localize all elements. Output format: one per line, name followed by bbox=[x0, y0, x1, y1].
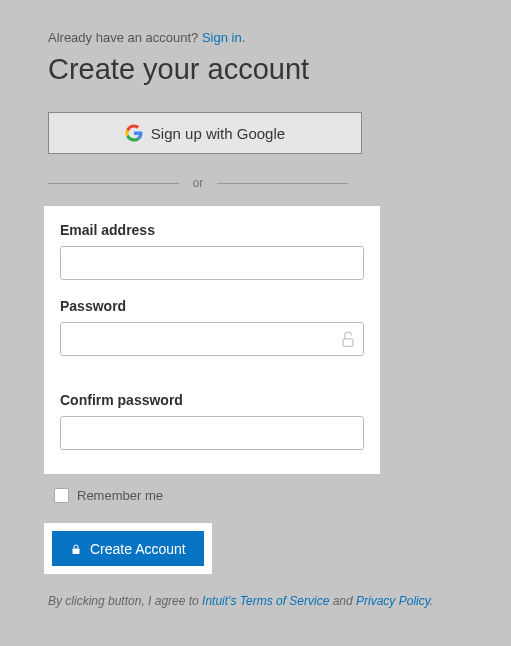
terms-of-service-link[interactable]: Intuit's Terms of Service bbox=[202, 594, 329, 608]
password-label: Password bbox=[60, 298, 364, 314]
terms-text: By clicking button, I agree to Intuit's … bbox=[48, 594, 463, 608]
create-account-button[interactable]: Create Account bbox=[52, 531, 204, 566]
remember-me-checkbox[interactable] bbox=[54, 488, 69, 503]
unlock-icon[interactable] bbox=[338, 326, 358, 350]
divider-text: or bbox=[179, 176, 218, 190]
divider-line-left bbox=[48, 183, 179, 184]
google-signup-label: Sign up with Google bbox=[151, 125, 285, 142]
lock-icon bbox=[70, 542, 82, 556]
email-label: Email address bbox=[60, 222, 364, 238]
google-signup-button[interactable]: Sign up with Google bbox=[48, 112, 362, 154]
existing-account-prompt: Already have an account? Sign in. bbox=[48, 30, 463, 45]
password-field[interactable] bbox=[60, 322, 364, 356]
svg-rect-0 bbox=[343, 339, 353, 347]
confirm-password-label: Confirm password bbox=[60, 392, 364, 408]
sign-in-link[interactable]: Sign in bbox=[202, 30, 242, 45]
email-field[interactable] bbox=[60, 246, 364, 280]
svg-rect-1 bbox=[73, 548, 80, 554]
create-account-label: Create Account bbox=[90, 541, 186, 557]
divider: or bbox=[48, 176, 348, 190]
privacy-policy-link[interactable]: Privacy Policy bbox=[356, 594, 430, 608]
page-title: Create your account bbox=[48, 53, 463, 86]
existing-account-text: Already have an account? bbox=[48, 30, 202, 45]
google-icon bbox=[125, 124, 143, 142]
confirm-password-field[interactable] bbox=[60, 416, 364, 450]
signup-form: Email address Password Confirm password bbox=[44, 206, 380, 474]
divider-line-right bbox=[217, 183, 348, 184]
remember-me-label: Remember me bbox=[77, 488, 163, 503]
